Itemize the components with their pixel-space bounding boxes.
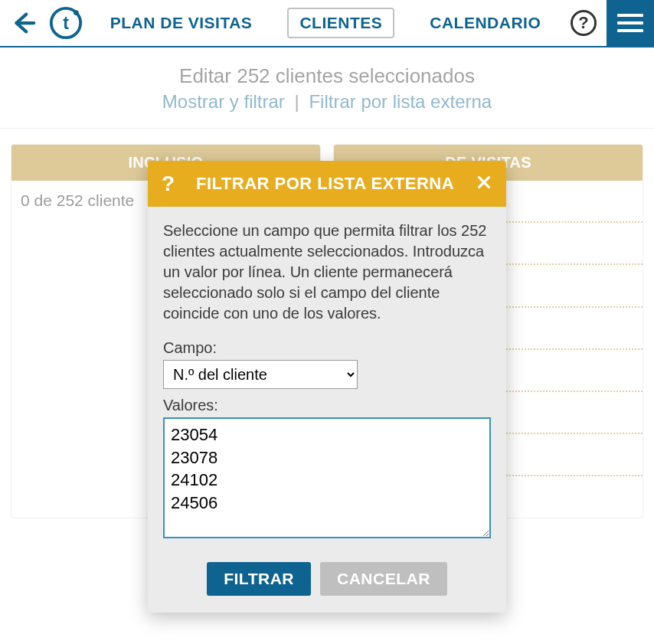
filter-button[interactable]: FILTRAR: [207, 562, 311, 596]
topbar: t PLAN DE VISITAS CLIENTES CALENDARIO ?: [0, 0, 654, 47]
nav-calendario[interactable]: CALENDARIO: [419, 9, 551, 37]
hamburger-menu-button[interactable]: [607, 0, 654, 47]
svg-text:t: t: [63, 13, 69, 33]
svg-point-2: [74, 10, 79, 15]
app-logo: t: [46, 5, 86, 41]
main-nav: PLAN DE VISITAS CLIENTES CALENDARIO: [86, 8, 565, 38]
modal-actions: FILTRAR CANCELAR: [148, 550, 506, 613]
modal-body: Seleccione un campo que permita filtrar …: [148, 207, 506, 550]
cancel-button[interactable]: CANCELAR: [320, 562, 447, 596]
field-select[interactable]: N.º del cliente: [163, 360, 358, 389]
modal-help-button[interactable]: ?: [162, 172, 175, 196]
logo-icon: t: [48, 5, 83, 41]
values-textarea[interactable]: [163, 417, 491, 538]
help-button[interactable]: ?: [565, 10, 602, 36]
modal-close-button[interactable]: [476, 174, 492, 194]
arrow-left-icon: [10, 10, 36, 36]
field-label: Campo:: [163, 339, 491, 357]
close-icon: [476, 174, 492, 191]
question-icon: ?: [571, 10, 597, 36]
nav-clientes[interactable]: CLIENTES: [287, 8, 394, 38]
values-label: Valores:: [163, 397, 491, 414]
modal-header: ? FILTRAR POR LISTA EXTERNA: [148, 161, 506, 207]
modal-description: Seleccione un campo que permita filtrar …: [163, 221, 491, 324]
filter-external-modal: ? FILTRAR POR LISTA EXTERNA Seleccione u…: [148, 161, 506, 613]
back-button[interactable]: [0, 10, 46, 36]
nav-plan-visitas[interactable]: PLAN DE VISITAS: [100, 9, 263, 37]
hamburger-icon: [617, 14, 643, 17]
modal-title: FILTRAR POR LISTA EXTERNA: [175, 174, 476, 194]
